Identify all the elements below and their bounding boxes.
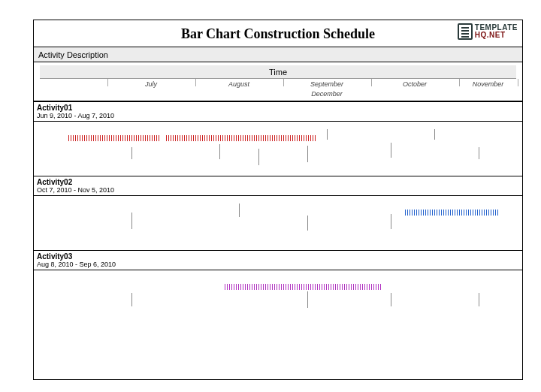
logo-text: TEMPLATE HQ.NET xyxy=(475,24,518,39)
activity-header-03: Activity03 Aug 8, 2010 - Sep 6, 2010 xyxy=(34,251,522,270)
activity-header-02: Activity02 Oct 7, 2010 - Nov 5, 2010 xyxy=(34,176,522,196)
activity-name-02: Activity02 xyxy=(37,178,519,186)
gantt-bar-03 xyxy=(225,284,381,290)
month-august: August xyxy=(228,80,249,88)
activity-row-01: Activity01 Jun 9, 2010 - Aug 7, 2010 xyxy=(34,101,522,176)
month-september: September xyxy=(310,80,343,88)
gantt-bar-01 xyxy=(68,135,162,141)
activity-chart-03 xyxy=(34,270,522,324)
schedule-page: Bar Chart Construction Schedule TEMPLATE… xyxy=(33,20,523,380)
logo-line2: HQ.NET xyxy=(475,32,518,39)
month-november: November xyxy=(473,80,504,88)
month-july: July xyxy=(145,80,157,88)
activity-row-03: Activity03 Aug 8, 2010 - Sep 6, 2010 xyxy=(34,250,522,324)
activity-dates-02: Oct 7, 2010 - Nov 5, 2010 xyxy=(37,186,519,194)
activity-description-header: Activity Description xyxy=(34,47,522,62)
gantt-bar-02 xyxy=(405,210,498,216)
activity-chart-02 xyxy=(34,196,522,250)
activity-chart-01 xyxy=(34,122,522,176)
activity-dates-01: Jun 9, 2010 - Aug 7, 2010 xyxy=(37,112,519,119)
activity-row-02: Activity02 Oct 7, 2010 - Nov 5, 2010 xyxy=(34,176,522,250)
activity-name-01: Activity01 xyxy=(37,104,519,112)
gantt-bar-01b xyxy=(166,135,318,141)
activity-dates-03: Aug 8, 2010 - Sep 6, 2010 xyxy=(37,261,519,268)
activity-name-03: Activity03 xyxy=(37,252,519,261)
month-track: July August September October November D… xyxy=(34,79,522,101)
logo: TEMPLATE HQ.NET xyxy=(458,23,518,40)
time-header: Time xyxy=(40,65,516,79)
month-december: December xyxy=(311,90,343,98)
logo-document-icon xyxy=(458,23,473,40)
activity-header-01: Activity01 Jun 9, 2010 - Aug 7, 2010 xyxy=(34,102,522,122)
month-october: October xyxy=(403,80,427,88)
month-axis: July August September October November D… xyxy=(34,79,522,101)
page-header: Bar Chart Construction Schedule TEMPLATE… xyxy=(34,20,522,47)
page-title: Bar Chart Construction Schedule xyxy=(34,20,522,47)
